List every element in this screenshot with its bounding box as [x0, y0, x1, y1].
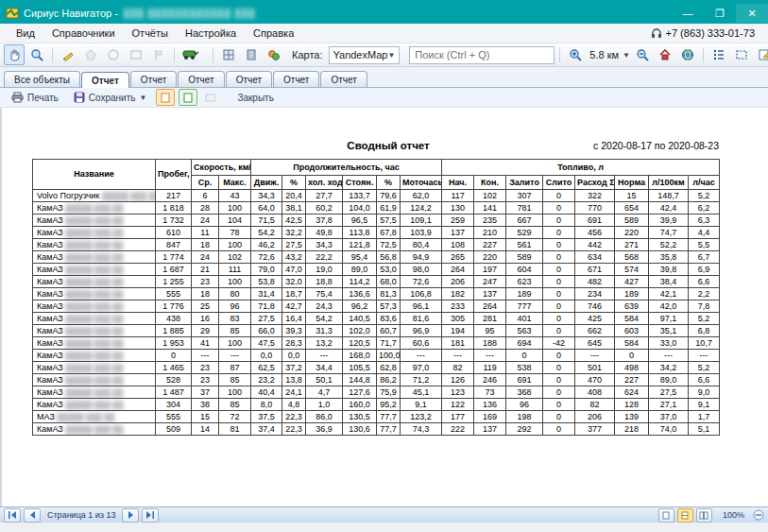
value-cell: 1 774: [156, 251, 192, 264]
tab-4[interactable]: Отчет: [226, 71, 272, 87]
rectangle-tool-button[interactable]: [126, 44, 146, 65]
print-button[interactable]: Печать: [6, 90, 64, 105]
value-cell: 86,0: [306, 411, 343, 423]
vehicle-name: КамАЗ: [37, 326, 65, 335]
flag-tool-button[interactable]: [148, 44, 169, 65]
edit-map-button[interactable]: [58, 44, 78, 65]
last-page-button[interactable]: [142, 508, 159, 523]
tab-5[interactable]: Отчет: [273, 71, 319, 87]
map-select[interactable]: YandexMap ▼: [329, 46, 401, 64]
vehicle-name: КамАЗ: [37, 314, 65, 323]
vehicle-name: КамАЗ: [37, 301, 65, 311]
route-layers-button[interactable]: [264, 44, 284, 65]
summary-report-table: НазваниеПробег, кмСкорость, км/чПродолжи…: [32, 159, 720, 436]
notes-button[interactable]: [754, 44, 768, 65]
maximize-button[interactable]: ❐: [704, 4, 736, 23]
object-list-button[interactable]: [708, 44, 729, 65]
value-cell: 122: [442, 399, 474, 411]
pan-tool-button[interactable]: [4, 44, 25, 65]
value-cell: 38,4: [649, 276, 689, 288]
value-cell: 210: [474, 227, 506, 239]
value-cell: 781: [506, 202, 543, 215]
value-cell: 46,2: [251, 239, 282, 251]
menu-item-spravochniki[interactable]: Справочники: [43, 26, 124, 41]
map-scale-value[interactable]: 5.8 км: [589, 49, 619, 60]
zoom-out-button[interactable]: [632, 44, 653, 65]
value-cell: 104: [219, 215, 251, 227]
value-cell: 408: [575, 386, 615, 399]
value-cell: 7,8: [689, 300, 720, 313]
select-region-button[interactable]: [731, 44, 752, 65]
value-cell: 198: [506, 411, 543, 423]
value-cell: 9,1: [401, 399, 442, 411]
zoom-tool-button[interactable]: [26, 44, 47, 65]
value-cell: 1,0: [306, 399, 343, 411]
window-title: Сириус Навигатор -: [24, 8, 118, 19]
polygon-tool-button[interactable]: [80, 44, 101, 65]
table-row: КамАЗ █████ ███ ██555188031,418,775,4136…: [33, 288, 720, 300]
vehicle-menu-button[interactable]: [179, 44, 208, 65]
minimize-button[interactable]: —: [672, 4, 704, 23]
value-cell: 1 818: [156, 202, 192, 215]
value-cell: 127,6: [343, 386, 377, 399]
value-cell: 120,5: [343, 337, 377, 350]
value-cell: 0: [156, 350, 192, 362]
value-cell: 66,0: [251, 325, 282, 337]
chevron-down-icon[interactable]: ▼: [623, 51, 630, 60]
value-cell: 102,0: [343, 325, 377, 337]
close-report-button[interactable]: Закрыть: [231, 91, 280, 105]
column-header: л/час: [689, 176, 720, 190]
tab-2[interactable]: Отчет: [130, 71, 177, 87]
tab-0[interactable]: Все объекты: [4, 71, 80, 87]
vehicle-plate-redacted: █████ ███ ██: [65, 364, 123, 372]
window-bottom-edge: [0, 523, 768, 532]
zoom-out-slider-button[interactable]: [753, 509, 764, 521]
grid-view-button[interactable]: [218, 44, 239, 65]
tab-1[interactable]: Отчет: [81, 72, 129, 88]
value-cell: 0: [543, 276, 575, 288]
value-cell: 634: [575, 251, 615, 264]
search-input[interactable]: [409, 46, 555, 64]
prev-page-button[interactable]: [24, 508, 41, 523]
value-cell: 38,1: [282, 202, 306, 215]
menu-item-nastroika[interactable]: Настройка: [177, 26, 245, 41]
page-landscape-button[interactable]: [179, 89, 197, 106]
column-group-header: Продолжительность, час: [251, 160, 442, 176]
single-page-view-button[interactable]: [658, 508, 674, 523]
globe-button[interactable]: [677, 44, 698, 65]
value-cell: 87: [219, 362, 251, 374]
value-cell: 60,7: [377, 325, 401, 337]
column-header: Макс.: [219, 176, 251, 190]
fit-width-view-button[interactable]: [677, 508, 693, 523]
value-cell: 425: [575, 313, 615, 325]
value-cell: 169: [474, 411, 506, 423]
zoom-in-button[interactable]: [565, 44, 586, 65]
menu-item-spravka[interactable]: Справка: [245, 26, 302, 41]
vehicle-name: КамАЗ: [37, 252, 65, 262]
page-fit-button[interactable]: [201, 89, 220, 106]
value-cell: 160,0: [343, 399, 377, 411]
value-cell: 73: [474, 386, 506, 399]
circle-tool-button[interactable]: [103, 44, 124, 65]
first-page-button[interactable]: [4, 508, 21, 523]
menu-item-vid[interactable]: Вид: [8, 26, 43, 41]
road-view-button[interactable]: [241, 44, 262, 65]
value-cell: 1 255: [156, 276, 192, 288]
multi-page-view-button[interactable]: [696, 508, 712, 523]
menu-item-otchety[interactable]: Отчёты: [124, 26, 177, 41]
next-page-button[interactable]: [122, 508, 139, 523]
minus-circle-icon: [753, 509, 764, 521]
tab-6[interactable]: Отчет: [320, 71, 367, 87]
value-cell: 57,5: [377, 215, 401, 227]
value-cell: 427: [615, 276, 649, 288]
vehicle-name: МАЗ: [37, 412, 57, 421]
value-cell: 123,2: [401, 411, 442, 423]
save-button[interactable]: Сохранить ▼: [68, 90, 153, 105]
home-button[interactable]: [655, 44, 675, 65]
page-portrait-button[interactable]: [156, 89, 175, 106]
value-cell: 81,3: [377, 288, 401, 300]
value-cell: 194: [442, 325, 474, 337]
close-button[interactable]: ✕: [736, 4, 768, 23]
tab-3[interactable]: Отчет: [178, 71, 224, 87]
table-row: КамАЗ █████ ███ ██1 465238762,537,234,41…: [33, 362, 720, 374]
